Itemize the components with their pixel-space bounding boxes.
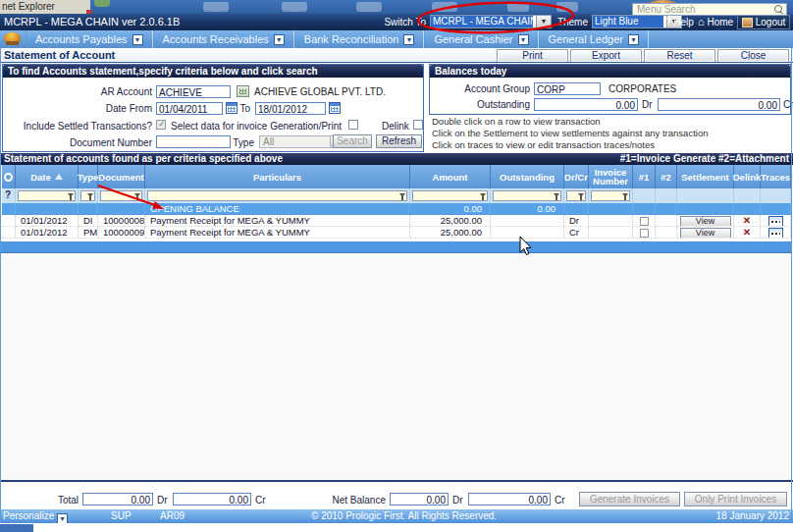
refresh-button[interactable]: Refresh	[376, 134, 422, 148]
table-cell-type: PM	[79, 227, 98, 239]
outstanding-label: Outstanding	[430, 99, 530, 110]
menu-item-label: Accounts Payables	[35, 33, 128, 45]
table-cell-date: 01/01/2012	[16, 227, 79, 239]
table-row[interactable]: 01/01/2012PM10000009Payment Receipt for …	[2, 227, 791, 239]
home-link[interactable]: ⌂ Home	[698, 17, 733, 27]
table-cell-drcr	[564, 203, 589, 215]
filter-funnel-icon[interactable]	[480, 193, 486, 197]
column-header-date[interactable]: Date	[16, 165, 79, 188]
delink-icon[interactable]: ✕	[743, 215, 751, 226]
traces-icon[interactable]	[768, 228, 783, 239]
date-from-input[interactable]: 01/04/2011	[156, 102, 223, 115]
table-cell-amount: 25,000.00	[410, 215, 491, 227]
balances-panel: Balances today Account Group CORP CORPOR…	[429, 64, 791, 115]
table-cell-sel	[2, 227, 16, 239]
dr-label: Dr	[642, 99, 653, 110]
calendar-icon[interactable]	[329, 102, 341, 114]
switch-to-value: MCRPL - MEGA CHAIN	[431, 16, 533, 27]
filter-input-type[interactable]	[80, 190, 95, 201]
menu-item-general-ledger[interactable]: General Ledger▼	[539, 30, 649, 48]
select-invoice-checkbox[interactable]	[348, 120, 358, 130]
delink-icon[interactable]: ✕	[743, 227, 751, 238]
column-header-particulars[interactable]: Particulars	[145, 165, 410, 188]
only-print-invoices-button[interactable]: Only Print Invoices	[684, 492, 787, 506]
column-header-c2[interactable]: #2	[656, 165, 677, 188]
traces-icon[interactable]	[768, 216, 783, 227]
include-settled-checkbox[interactable]	[156, 120, 166, 130]
menu-item-accounts-receivables[interactable]: Accounts Receivables▼	[153, 30, 294, 48]
filter-input-drcr[interactable]	[566, 190, 586, 201]
invoice-generate-checkbox[interactable]	[640, 217, 649, 226]
filter-funnel-icon[interactable]	[622, 193, 628, 197]
print-button[interactable]: Print	[497, 49, 568, 63]
filter-funnel-icon[interactable]	[87, 193, 93, 197]
totals-row: Total 0.00 Dr 0.00 Cr Net Balance 0.00 D…	[0, 482, 793, 509]
filter-funnel-icon[interactable]	[68, 193, 74, 197]
results-legend-text: #1=Invoice Generate #2=Attachment	[620, 153, 789, 165]
reset-button[interactable]: Reset	[644, 49, 715, 63]
user-code: SUP	[111, 509, 132, 523]
menu-item-accounts-payables[interactable]: Accounts Payables▼	[26, 30, 153, 48]
table-row[interactable]: OPENING BALANCE0.000.00	[2, 203, 791, 215]
table-cell-c2	[656, 227, 677, 239]
select-invoice-label: Select data for invoice Generation/Print	[171, 121, 342, 132]
filter-funnel-icon[interactable]	[399, 193, 405, 197]
export-button[interactable]: Export	[570, 49, 642, 63]
table-cell-c2	[656, 215, 677, 227]
chevron-down-icon[interactable]: ▼	[536, 16, 551, 27]
close-button[interactable]: Close	[717, 49, 789, 63]
column-header-drcr[interactable]: Dr/Cr	[564, 165, 589, 188]
filter-help-icon[interactable]: ?	[5, 189, 11, 200]
ar-account-input[interactable]: ACHIEVE	[156, 85, 231, 98]
column-header-amount[interactable]: Amount	[410, 165, 491, 188]
search-button[interactable]: Search	[333, 134, 372, 148]
column-header-invoice[interactable]: Invoice Number	[589, 165, 633, 188]
filter-input-outstanding[interactable]	[493, 190, 561, 201]
view-settlement-button[interactable]: View	[680, 228, 731, 239]
switch-to-select[interactable]: MCRPL - MEGA CHAIN▼	[430, 15, 552, 28]
lookup-icon[interactable]	[237, 85, 249, 97]
column-header-delink[interactable]: Delink	[734, 165, 761, 188]
menu-item-bank-reconciliation[interactable]: Bank Reconciliation▼	[294, 30, 425, 48]
table-cell-document: 10000008	[98, 215, 145, 227]
help-link[interactable]: ? Help	[665, 17, 694, 27]
filter-input-date[interactable]	[18, 190, 76, 201]
type-select[interactable]: All▼	[259, 135, 344, 148]
account-group-input[interactable]: CORP	[534, 82, 601, 95]
filter-funnel-icon[interactable]	[578, 193, 584, 197]
column-header-settlement[interactable]: Settlement	[677, 165, 734, 188]
filter-funnel-icon[interactable]	[554, 193, 559, 197]
filter-cell-c1	[633, 188, 656, 203]
table-cell-traces	[761, 227, 791, 239]
filter-input-amount[interactable]	[412, 190, 488, 201]
logout-button[interactable]: Logout	[737, 15, 790, 29]
document-number-input[interactable]	[156, 135, 231, 148]
filter-input-particulars[interactable]	[147, 190, 407, 201]
generate-invoices-button[interactable]: Generate Invoices	[579, 492, 680, 506]
invoice-generate-checkbox[interactable]	[640, 229, 649, 238]
delink-checkbox[interactable]	[413, 120, 423, 130]
column-header-type[interactable]: Type	[79, 165, 98, 188]
column-header-traces[interactable]: Traces	[761, 165, 791, 188]
column-header-document[interactable]: Document	[98, 165, 145, 188]
search-icon[interactable]	[774, 5, 782, 13]
filter-input-invoice[interactable]	[591, 190, 630, 201]
personalize-link[interactable]: Personalize ▼	[3, 509, 68, 524]
menu-search-input[interactable]: Menu Search	[632, 3, 787, 16]
table-cell-c1	[633, 227, 656, 239]
total-cr-value: 0.00	[173, 493, 251, 505]
column-header-c1[interactable]: #1	[633, 165, 656, 188]
table-cell-document	[98, 203, 145, 215]
filter-cell-traces	[761, 188, 791, 203]
menu-item-general-cashier[interactable]: General Cashier▼	[424, 30, 538, 48]
taskbar-ghost	[282, 2, 307, 12]
date-to-input[interactable]: 18/01/2012	[255, 102, 326, 115]
filter-input-document[interactable]	[100, 190, 142, 201]
column-header-outstanding[interactable]: Outstanding	[491, 165, 564, 188]
browser-title-text: net Explorer	[0, 0, 90, 14]
logout-label: Logout	[756, 17, 786, 27]
table-cell-drcr: Cr	[564, 227, 589, 239]
view-settlement-button[interactable]: View	[680, 216, 731, 227]
filter-funnel-icon[interactable]	[134, 193, 140, 197]
table-row[interactable]: 01/01/2012DI10000008Payment Receipt for …	[2, 215, 791, 227]
